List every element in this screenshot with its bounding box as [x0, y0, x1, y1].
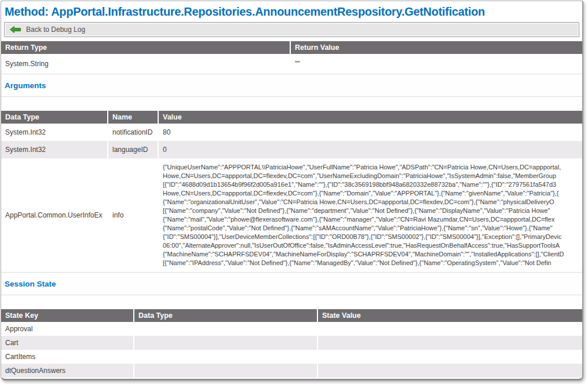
json-line: {"Name":"postalCode","Value":"Not Define…: [163, 224, 582, 233]
column-header-name: Name: [107, 111, 158, 124]
spacer: [1, 295, 582, 309]
json-line: {"ID":"SMS00004"}],"UserDeviceMemberColl…: [163, 233, 582, 241]
back-arrow-icon: [10, 26, 21, 33]
argument-row-notification-id: System.Int32 notificationID 80: [1, 124, 582, 141]
json-line: {"Name":"mail","Value":"phowe@flexerasof…: [163, 215, 582, 224]
return-table-row: System.String "": [1, 54, 582, 74]
return-value-cell: "": [290, 54, 582, 74]
arguments-heading: Arguments: [5, 81, 579, 90]
state-data-type-cell: [133, 336, 317, 350]
column-header-return-type: Return Type: [1, 41, 290, 54]
state-data-type-cell: [133, 364, 317, 378]
state-data-type-cell: [133, 322, 317, 336]
column-header-value: Value: [158, 111, 582, 124]
debug-method-panel: Method: AppPortal.Infrastructure.Reposit…: [1, 1, 583, 381]
state-value-cell: [317, 350, 582, 364]
argument-name-cell: info: [107, 158, 158, 272]
session-state-section-band: Session State: [1, 272, 582, 295]
json-line: {"MachineName":"SCHAPRFSDEV04","MachineN…: [163, 250, 582, 259]
argument-name-cell: languageID: [107, 141, 158, 158]
session-state-row-cartitems: CartItems: [1, 350, 582, 364]
column-header-data-type: Data Type: [1, 111, 107, 124]
session-state-heading: Session State: [5, 280, 579, 288]
json-line: [{"Name":"IPAddress","Value":"Not Define…: [163, 259, 582, 267]
argument-data-type-cell: AppPortal.Common.UserInfoEx: [1, 158, 107, 272]
argument-value-cell: 0: [158, 141, 582, 158]
session-state-row-cart: Cart: [1, 336, 582, 350]
session-state-table-header: State Key Data Type State Value: [1, 309, 582, 322]
column-header-state-value: State Value: [317, 309, 582, 322]
return-type-cell: System.String: [1, 54, 290, 74]
argument-row-info: AppPortal.Common.UserInfoEx info {"Uniqu…: [1, 158, 582, 272]
argument-value-cell: 80: [158, 124, 582, 141]
json-line: {"UniqueUserName":"APPPORTAL\\PatriciaHo…: [163, 163, 582, 172]
session-state-row-dtquestionanswers: dtQuestionAnswers: [1, 364, 582, 378]
state-key-cell: Cart: [1, 336, 133, 350]
json-line: {"Name":"organizationalUnitUser","Value"…: [163, 198, 582, 207]
column-header-data-type: Data Type: [133, 309, 317, 322]
spacer: [1, 97, 582, 111]
json-line: [{"ID":"4688d09d1b13654b9f96f2d005a916e1…: [163, 180, 582, 189]
page-title: Method: AppPortal.Infrastructure.Reposit…: [1, 1, 582, 22]
state-key-cell: CartItems: [1, 350, 133, 364]
json-line: Howe,CN=Users,DC=appportal,DC=flexdev,DC…: [163, 189, 582, 198]
state-value-cell: [317, 364, 582, 378]
return-table-header: Return Type Return Value: [1, 41, 582, 54]
column-header-state-key: State Key: [1, 309, 133, 322]
column-header-return-value: Return Value: [290, 41, 582, 54]
json-line: [{"Name":"company","Value":"Not Defined"…: [163, 207, 582, 215]
argument-name-cell: notificationID: [107, 124, 158, 141]
session-state-row-approval: Approval: [1, 322, 582, 336]
back-button-label: Back to Debug Log: [26, 26, 85, 34]
argument-value-json-blob: {"UniqueUserName":"APPPORTAL\\PatriciaHo…: [158, 158, 582, 272]
json-line: Howe,CN=Users,DC=appportal,DC=flexdev,DC…: [163, 172, 582, 180]
argument-data-type-cell: System.Int32: [1, 124, 107, 141]
arguments-table-header: Data Type Name Value: [1, 111, 582, 124]
json-line: 06:00","AlternateApprover":null,"IsUserO…: [163, 241, 582, 250]
arguments-section-band: Arguments: [1, 74, 582, 97]
argument-row-language-id: System.Int32 languageID 0: [1, 141, 582, 158]
state-value-cell: [317, 336, 582, 350]
state-key-cell: Approval: [1, 322, 133, 336]
state-value-cell: [317, 322, 582, 336]
state-key-cell: dtQuestionAnswers: [1, 364, 133, 378]
back-to-debug-log-button[interactable]: Back to Debug Log: [4, 22, 579, 37]
state-data-type-cell: [133, 350, 317, 364]
argument-data-type-cell: System.Int32: [1, 141, 107, 158]
